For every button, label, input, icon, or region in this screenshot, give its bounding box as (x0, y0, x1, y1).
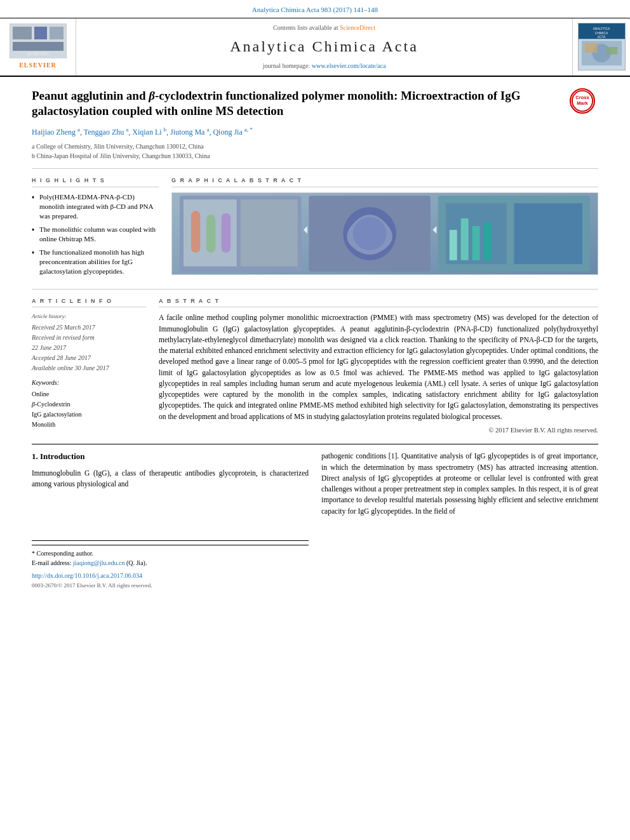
article-info-section: A R T I C L E I N F O Article history: R… (32, 297, 146, 436)
intro-text-right: pathogenic conditions [1]. Quantitative … (321, 451, 598, 517)
svg-rect-1 (13, 27, 32, 39)
received-revised-date: 22 June 2017 (32, 343, 146, 353)
abstract-label: A B S T R A C T (159, 297, 598, 308)
article-title: Peanut agglutinin and β-cyclodextrin fun… (32, 88, 598, 119)
author-li: Xiqian Li (132, 128, 161, 137)
svg-rect-34 (484, 222, 492, 260)
journal-cover-small: ELSEVIER (10, 23, 67, 58)
intro-right: pathogenic conditions [1]. Quantitative … (321, 451, 598, 589)
svg-rect-33 (473, 226, 480, 260)
svg-text:ELSEVIER: ELSEVIER (27, 51, 48, 56)
received-revised: Received in revised form (32, 333, 146, 343)
received-date: Received 25 March 2017 (32, 323, 146, 333)
issn-line: 0003-2670/© 2017 Elsevier B.V. All right… (32, 582, 309, 590)
intro-left: 1. Introduction Immunoglobulin G (IgG), … (32, 451, 309, 589)
keyword-monolith: Monolith (32, 420, 146, 430)
svg-rect-2 (34, 27, 47, 39)
article-info-abstract-row: A R T I C L E I N F O Article history: R… (32, 289, 598, 436)
accepted-date: Accepted 28 June 2017 (32, 353, 146, 363)
svg-rect-4 (13, 42, 64, 51)
graphical-abstract-image (171, 192, 598, 275)
copyright-line: © 2017 Elsevier B.V. All rights reserved… (159, 426, 598, 436)
introduction-section: 1. Introduction Immunoglobulin G (IgG), … (32, 451, 598, 589)
doi-link[interactable]: http://dx.doi.org/10.1016/j.aca.2017.06.… (32, 572, 142, 579)
svg-rect-14 (606, 47, 617, 55)
email-link[interactable]: jiaqiong@jlu.edu.cn (73, 559, 124, 566)
svg-text:ACTA: ACTA (597, 36, 605, 39)
doi-line: http://dx.doi.org/10.1016/j.aca.2017.06.… (32, 571, 309, 580)
journal-name: Analytica Chimica Acta (89, 36, 560, 58)
article-info-label: A R T I C L E I N F O (32, 297, 146, 308)
journal-citation-bar: Analytica Chimica Acta 983 (2017) 141–14… (0, 0, 630, 18)
graphical-abstract-section: G R A P H I C A L A B S T R A C T (171, 177, 598, 280)
available-date: Available online 30 June 2017 (32, 363, 146, 373)
journal-url[interactable]: www.elsevier.com/locate/aca (312, 62, 386, 69)
elsevier-logo-area: ELSEVIER ELSEVIER (0, 18, 76, 76)
affiliations: a College of Chemistry, Jilin University… (32, 142, 598, 161)
highlight-item-2: The monolithic column was coupled with o… (32, 225, 159, 244)
abstract-section: A B S T R A C T A facile online method c… (159, 297, 598, 436)
keyword-igg: IgG galactosylation (32, 410, 146, 420)
abstract-text: A facile online method coupling polymer … (159, 312, 598, 422)
highlights-list: Poly(HEMA-EDMA-PNA-β-CD) monolith integr… (32, 192, 159, 277)
svg-rect-24 (222, 213, 231, 252)
keywords-title: Keywords: (32, 378, 146, 387)
highlights-section: H I G H L I G H T S Poly(HEMA-EDMA-PNA-β… (32, 177, 159, 280)
journal-cover-image: ANALYTICA CHIMICA ACTA (578, 23, 626, 70)
authors-line: Haijiao Zheng a, Tenggao Zhu a, Xiqian L… (32, 126, 598, 138)
intro-text-left: Immunoglobulin G (IgG), a class of thera… (32, 468, 309, 490)
author-zheng: Haijiao Zheng (32, 128, 76, 137)
article-title-area: Peanut agglutinin and β-cyclodextrin fun… (32, 88, 598, 119)
svg-text:Mark: Mark (577, 100, 588, 105)
cover-image-area: ANALYTICA CHIMICA ACTA (573, 18, 630, 76)
footnote-area: * Corresponding author. E-mail address: … (32, 540, 309, 590)
author-zhu: Tenggao Zhu (84, 128, 124, 137)
journal-homepage-line: journal homepage: www.elsevier.com/locat… (89, 62, 560, 70)
corresponding-note: * Corresponding author. (32, 549, 309, 558)
section-divider (32, 444, 598, 444)
journal-header-box: ELSEVIER ELSEVIER Contents lists availab… (0, 18, 630, 77)
svg-text:ANALYTICA: ANALYTICA (593, 27, 610, 30)
highlights-graphical-row: H I G H L I G H T S Poly(HEMA-EDMA-PNA-β… (32, 168, 598, 280)
svg-rect-30 (514, 203, 582, 264)
crossmark-badge: Cross Mark (570, 88, 598, 117)
affiliation-b: b China-Japan Hospital of Jilin Universi… (32, 151, 598, 161)
sciencedirect-link[interactable]: ScienceDirect (340, 24, 375, 31)
main-content: Peanut agglutinin and β-cyclodextrin fun… (0, 77, 630, 601)
sciencedirect-line: Contents lists available at ScienceDirec… (89, 23, 560, 32)
author-ma: Jiutong Ma (170, 128, 204, 137)
email-line: E-mail address: jiaqiong@jlu.edu.cn (Q. … (32, 558, 309, 568)
svg-rect-22 (191, 211, 200, 253)
history-title: Article history: (32, 312, 146, 321)
svg-rect-32 (461, 218, 469, 260)
svg-rect-23 (206, 215, 215, 253)
keyword-cyclodextrin: β-Cyclodextrin (32, 399, 146, 410)
elsevier-brand: ELSEVIER (19, 61, 57, 70)
highlight-item-3: The functionalized monolith has high pre… (32, 248, 159, 277)
article-history: Article history: Received 25 March 2017 … (32, 312, 146, 373)
keyword-online: Online (32, 389, 146, 399)
author-jia: Qiong Jia (213, 128, 242, 137)
affiliation-a: a College of Chemistry, Jilin University… (32, 142, 598, 151)
svg-rect-31 (450, 230, 457, 260)
svg-rect-21 (241, 199, 298, 266)
svg-text:CHIMICA: CHIMICA (594, 32, 608, 35)
journal-citation-link[interactable]: Analytica Chimica Acta 983 (2017) 141–14… (252, 6, 378, 13)
graphical-abstract-label: G R A P H I C A L A B S T R A C T (171, 177, 598, 187)
journal-title-area: Contents lists available at ScienceDirec… (76, 18, 573, 76)
highlight-item-1: Poly(HEMA-EDMA-PNA-β-CD) monolith integr… (32, 192, 159, 222)
svg-rect-3 (50, 27, 64, 39)
keywords-section: Keywords: Online β-Cyclodextrin IgG gala… (32, 378, 146, 430)
highlights-label: H I G H L I G H T S (32, 177, 159, 187)
section-number-title: 1. Introduction (32, 451, 309, 462)
svg-rect-13 (584, 44, 596, 53)
